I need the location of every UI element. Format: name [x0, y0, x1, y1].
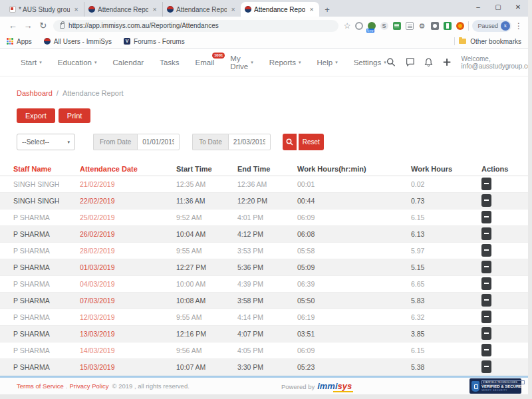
bookmark-item[interactable]: V Forums - Forums [124, 38, 185, 45]
bell-icon[interactable] [424, 57, 433, 68]
reset-button[interactable]: Reset [299, 134, 324, 150]
close-window-button[interactable]: ✕ [508, 0, 528, 13]
seal-title: VERIFIED & SECURED [481, 384, 525, 389]
extension-green-doc-icon[interactable] [393, 22, 401, 30]
table-row: P SHARMA 28/02/2019 9:55 AM 3:53 PM 05:5… [0, 243, 528, 259]
row-actions-button[interactable] [481, 277, 491, 290]
column-header: Start Time [176, 165, 237, 173]
row-actions-button[interactable] [481, 227, 491, 240]
cell-work-hours: 0.02 [411, 180, 481, 188]
staff-select-dropdown[interactable]: --Select-- ▾ [17, 134, 75, 150]
from-date-input[interactable] [137, 134, 180, 150]
terms-link[interactable]: Terms of Service [17, 382, 64, 390]
reload-icon[interactable]: ↻ [35, 21, 51, 31]
cell-work-hours-hr-min: 00:44 [297, 197, 411, 205]
row-actions-button[interactable] [481, 194, 491, 207]
immisys-favicon [167, 6, 174, 13]
page-content: Start▾ Education▾ Calendar Tasks Email10… [0, 49, 528, 394]
chevron-down-icon: ▾ [335, 60, 338, 65]
menu-education[interactable]: Education▾ [58, 59, 97, 66]
page-footer: Terms of Service . Privacy Policy © 2019… [0, 376, 528, 394]
menu-my-drive[interactable]: My Drive▾ [230, 55, 253, 70]
row-actions-button[interactable] [481, 244, 491, 257]
extension-recycle-icon[interactable]: New [368, 22, 376, 30]
extension-camera-icon[interactable] [431, 22, 439, 30]
other-bookmarks-label: Other bookmarks [470, 38, 521, 45]
table-row: SINGH SINGH 22/02/2019 11:36 AM 12:20 PM… [0, 193, 528, 209]
extension-s-icon[interactable]: S [380, 22, 388, 30]
extension-dot-icon[interactable] [456, 22, 464, 30]
extension-panel-icon[interactable] [444, 22, 452, 30]
tab-close-icon[interactable]: ✕ [72, 6, 80, 13]
browser-menu-icon[interactable]: ⋮ [515, 21, 523, 31]
verified-secured-seal[interactable]: STARFIELD TECHNOLOGIES VERIFIED & SECURE… [469, 378, 521, 394]
cell-attendance-date: 04/03/2019 [80, 280, 176, 288]
bookmark-item[interactable]: All Users - ImmiSys [44, 38, 112, 45]
menu-tasks[interactable]: Tasks [160, 59, 179, 66]
toolbar-divider [468, 21, 469, 31]
tab-close-icon[interactable]: ✕ [151, 6, 158, 13]
menu-help[interactable]: Help▾ [317, 59, 337, 66]
cell-start-time: 10:07 AM [176, 363, 237, 371]
row-actions-button[interactable] [481, 360, 491, 373]
cell-work-hours-hr-min: 05:23 [297, 363, 411, 371]
immisys-wordmark[interactable]: immisys [317, 381, 352, 391]
extension-circle-icon[interactable] [355, 22, 363, 30]
minimize-button[interactable]: – [468, 0, 488, 13]
browser-tab[interactable]: Attendance Report - ImmiSys ✕ [84, 2, 162, 17]
table-row: P SHARMA 01/03/2019 12:27 PM 5:36 PM 05:… [0, 259, 528, 276]
extension-doc-icon[interactable] [406, 22, 414, 30]
bookmarks-divider [454, 37, 455, 45]
url-text[interactable]: https://app.immisys.com.au/Reporting/Att… [68, 22, 219, 29]
row-actions-button[interactable] [481, 178, 491, 190]
cell-attendance-date: 13/03/2019 [80, 330, 176, 338]
maximize-button[interactable]: ▢ [488, 0, 508, 13]
search-icon[interactable] [386, 57, 396, 68]
cell-work-hours-hr-min: 06:09 [297, 346, 411, 354]
row-actions-button[interactable] [481, 294, 491, 307]
extension-gear-icon[interactable]: ⚙ [418, 22, 426, 30]
other-bookmarks[interactable]: Other bookmarks [454, 37, 521, 45]
table-row: P SHARMA 15/03/2019 10:07 AM 3:30 PM 05:… [0, 359, 528, 376]
print-button[interactable]: Print [59, 108, 91, 123]
bookmark-star-icon[interactable]: ☆ [344, 21, 351, 31]
export-button[interactable]: Export [17, 108, 55, 123]
row-actions-button[interactable] [481, 344, 491, 356]
cell-work-hours-hr-min: 05:58 [297, 247, 411, 255]
tab-close-icon[interactable]: ✕ [229, 6, 237, 13]
select-value: --Select-- [22, 138, 49, 146]
from-date-group: From Date [93, 134, 180, 150]
user-account-menu[interactable]: Welcome, info@ausstudygroup.com.au ▾ [461, 55, 528, 70]
plus-icon[interactable] [443, 57, 451, 67]
menu-calendar[interactable]: Calendar [112, 59, 144, 66]
to-date-input[interactable] [228, 134, 271, 150]
search-button[interactable] [283, 134, 297, 150]
menu-reports[interactable]: Reports▾ [269, 59, 301, 66]
breadcrumb-dashboard-link[interactable]: Dashboard [17, 89, 53, 97]
cell-staff-name: P SHARMA [13, 280, 80, 288]
address-bar[interactable]: https://app.immisys.com.au/Reporting/Att… [53, 20, 338, 32]
bookmark-label: Forums - Forums [134, 38, 185, 45]
row-actions-button[interactable] [481, 211, 491, 223]
tab-close-icon[interactable]: ✕ [308, 6, 315, 13]
privacy-link[interactable]: Privacy Policy [69, 382, 108, 390]
forward-icon[interactable]: → [21, 21, 36, 31]
chat-icon[interactable] [406, 57, 415, 68]
row-actions-button[interactable] [481, 311, 491, 323]
extension-new-badge: New [366, 29, 374, 33]
breadcrumb: Dashboard / Attendance Report [17, 89, 528, 97]
sync-paused-chip[interactable]: Paused k [472, 20, 511, 32]
browser-tab-active[interactable]: Attendance Report - ImmiSys ✕ [241, 2, 319, 17]
cell-attendance-date: 07/03/2019 [80, 297, 176, 305]
browser-tab[interactable]: * AUS Study group reporting tha ✕ [5, 2, 84, 17]
back-icon[interactable]: ← [5, 21, 21, 31]
menu-start[interactable]: Start▾ [21, 59, 42, 66]
browser-tab[interactable]: Attendance Report - ImmiSys ✕ [162, 2, 241, 17]
menu-settings[interactable]: Settings▾ [354, 59, 386, 66]
apps-shortcut[interactable]: Apps [7, 38, 32, 45]
menu-email[interactable]: Email1001 [196, 59, 215, 66]
cell-start-time: 12:27 PM [176, 263, 237, 271]
row-actions-button[interactable] [481, 261, 491, 273]
new-tab-button[interactable]: + [319, 2, 335, 17]
row-actions-button[interactable] [481, 327, 491, 340]
